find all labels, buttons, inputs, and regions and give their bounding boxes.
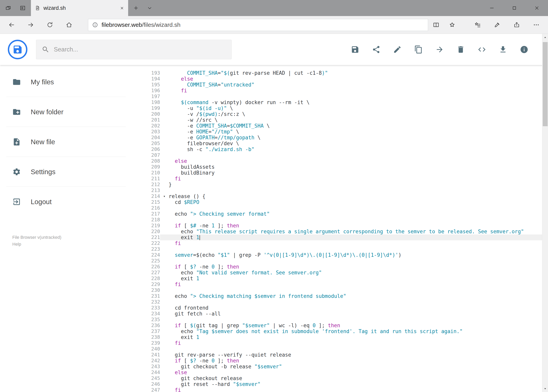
code-line[interactable]: 219 if [ $# -ne 1 ]; then bbox=[145, 223, 548, 229]
code-line[interactable]: 209 buildAssets bbox=[145, 164, 548, 170]
code-line[interactable]: 238 exit 1 bbox=[145, 334, 548, 340]
move-button[interactable] bbox=[435, 45, 444, 54]
code-line[interactable]: 236 if [ $(git tag | grep "$semver" | wc… bbox=[145, 322, 548, 328]
code-line[interactable]: 228 exit 1 bbox=[145, 276, 548, 281]
scrollbar-thumb[interactable] bbox=[543, 42, 548, 126]
edit-button[interactable] bbox=[393, 45, 402, 54]
code-line[interactable]: 231 echo "> Checking matching $semver in… bbox=[145, 293, 548, 299]
search-input[interactable] bbox=[54, 46, 226, 53]
code-line[interactable]: 247 fi bbox=[145, 387, 548, 392]
more-button[interactable] bbox=[527, 18, 546, 32]
reading-view-button[interactable] bbox=[428, 18, 444, 32]
info-button[interactable] bbox=[520, 45, 528, 54]
close-button[interactable] bbox=[526, 0, 548, 16]
code-line[interactable]: 218 bbox=[145, 217, 548, 223]
code-line[interactable]: 234 git fetch --all bbox=[145, 311, 548, 317]
tab-dropdown-button[interactable] bbox=[144, 2, 156, 14]
hub-button[interactable] bbox=[468, 18, 487, 32]
code-button[interactable] bbox=[478, 45, 486, 54]
code-line[interactable]: 205 filebrowser/dev \ bbox=[145, 140, 548, 146]
code-line[interactable]: 195 COMMIT_SHA="untracked" bbox=[145, 82, 548, 88]
help-link[interactable]: Help bbox=[12, 241, 145, 248]
tab-preview-button[interactable] bbox=[3, 3, 14, 14]
code-line[interactable]: 207 bbox=[145, 152, 548, 158]
code-line[interactable]: 194 else bbox=[145, 76, 548, 82]
code-line[interactable]: 223 bbox=[145, 246, 548, 252]
code-line[interactable]: 240 bbox=[145, 346, 548, 352]
code-line[interactable]: 208 else bbox=[145, 158, 548, 164]
code-line[interactable]: 202 -e COMMIT_SHA=$COMMIT_SHA \ bbox=[145, 123, 548, 129]
sidebar-item-my-files[interactable]: My files bbox=[0, 67, 145, 97]
share-button[interactable] bbox=[372, 45, 381, 54]
code-line[interactable]: 213 bbox=[145, 188, 548, 193]
code-line[interactable]: 245 git checkout release bbox=[145, 375, 548, 381]
code-line[interactable]: 196 fi bbox=[145, 88, 548, 94]
code-line[interactable]: 233 cd frontend bbox=[145, 305, 548, 311]
search-box[interactable] bbox=[36, 40, 232, 59]
tab-close-button[interactable] bbox=[120, 6, 124, 10]
code-line[interactable]: 210 buildBinary bbox=[145, 170, 548, 176]
code-line[interactable]: 200 -v /$(pwd):/src:z \ bbox=[145, 111, 548, 117]
code-line[interactable]: 198 $(command -v winpty) docker run --rm… bbox=[145, 99, 548, 105]
code-line[interactable]: 199 -u "$(id -u)" \ bbox=[145, 105, 548, 111]
code-line[interactable]: 232 bbox=[145, 299, 548, 305]
save-button[interactable] bbox=[351, 45, 359, 54]
ink-button[interactable] bbox=[487, 18, 507, 32]
code-line[interactable]: 243 git checkout -b release "$semver" bbox=[145, 364, 548, 370]
favorite-button[interactable] bbox=[444, 18, 460, 32]
code-line[interactable]: 222 fi bbox=[145, 240, 548, 246]
sidebar-item-new-file[interactable]: New file bbox=[0, 127, 145, 157]
browser-tab[interactable]: wizard.sh bbox=[31, 0, 128, 16]
code-line[interactable]: 215 cd $REPO bbox=[145, 199, 548, 205]
code-line[interactable]: 220 echo "This release script requires a… bbox=[145, 229, 548, 234]
code-line[interactable]: 211 fi bbox=[145, 176, 548, 182]
sidebar-item-logout[interactable]: Logout bbox=[0, 187, 145, 217]
code-line[interactable]: 241 git rev-parse --verify --quiet relea… bbox=[145, 352, 548, 358]
code-line[interactable]: 206 sh -c "./wizard.sh -b" bbox=[145, 146, 548, 152]
download-button[interactable] bbox=[499, 45, 507, 54]
minimize-button[interactable] bbox=[480, 0, 503, 16]
url-bar[interactable]: filebrowser.web/files/wizard.sh bbox=[88, 19, 428, 31]
code-line[interactable]: 239 fi bbox=[145, 340, 548, 346]
home-button[interactable] bbox=[59, 18, 79, 32]
code-line[interactable]: 204 -e GOPATH=//tmp/gopath \ bbox=[145, 135, 548, 140]
code-line[interactable]: 230 bbox=[145, 287, 548, 293]
code-editor[interactable]: 193 COMMIT_SHA="$(git rev-parse HEAD | c… bbox=[145, 65, 548, 392]
maximize-button[interactable] bbox=[503, 0, 526, 16]
code-line[interactable]: 197 bbox=[145, 94, 548, 99]
back-button[interactable] bbox=[2, 18, 21, 32]
refresh-button[interactable] bbox=[40, 18, 59, 32]
code-line[interactable]: 227 echo "Not valid semver format. See s… bbox=[145, 270, 548, 276]
code-line[interactable]: 203 -e HOME="//tmp" \ bbox=[145, 129, 548, 135]
code-line[interactable]: 226 if [ $? -ne 0 ]; then bbox=[145, 264, 548, 270]
code-line[interactable]: 244 else bbox=[145, 370, 548, 375]
forward-button[interactable] bbox=[21, 18, 40, 32]
code-line[interactable]: 246 git reset --hard "$semver" bbox=[145, 381, 548, 387]
code-line[interactable]: 216 bbox=[145, 205, 548, 211]
code-line[interactable]: 242 if [ $? -ne 0 ]; then bbox=[145, 358, 548, 364]
code-line[interactable]: 212} bbox=[145, 182, 548, 188]
code-line[interactable]: 221 exit 1 bbox=[145, 234, 548, 240]
sidebar-item-new-folder[interactable]: New folder bbox=[0, 97, 145, 127]
copy-button[interactable] bbox=[414, 45, 423, 54]
page-info-icon[interactable] bbox=[92, 22, 98, 28]
code-line[interactable]: 201 -w //src \ bbox=[145, 117, 548, 123]
code-line[interactable]: 193 COMMIT_SHA="$(git rev-parse HEAD | c… bbox=[145, 70, 548, 76]
delete-button[interactable] bbox=[457, 45, 465, 54]
set-aside-button[interactable] bbox=[17, 3, 28, 14]
code-line[interactable]: 225 bbox=[145, 258, 548, 264]
code-line[interactable]: 235 bbox=[145, 317, 548, 322]
share-out-button[interactable] bbox=[507, 18, 527, 32]
new-tab-button[interactable] bbox=[130, 2, 142, 14]
app-logo[interactable] bbox=[8, 40, 28, 59]
code-line[interactable]: 217 echo "> Checking semver format" bbox=[145, 211, 548, 217]
code-line[interactable]: 224 semver=$(echo "$1" | grep -P '^v(0|[… bbox=[145, 252, 548, 258]
scrollbar-up-button[interactable] bbox=[542, 34, 548, 41]
scrollbar-down-button[interactable] bbox=[542, 385, 548, 392]
code-line[interactable]: 237 echo "Tag $semver does not exist in … bbox=[145, 328, 548, 334]
fold-marker-icon[interactable]: ▾ bbox=[160, 193, 169, 199]
code-line[interactable]: 214▾release () { bbox=[145, 193, 548, 199]
code-line[interactable]: 229 fi bbox=[145, 281, 548, 287]
sidebar-item-settings[interactable]: Settings bbox=[0, 157, 145, 187]
page-scrollbar[interactable] bbox=[542, 34, 548, 392]
